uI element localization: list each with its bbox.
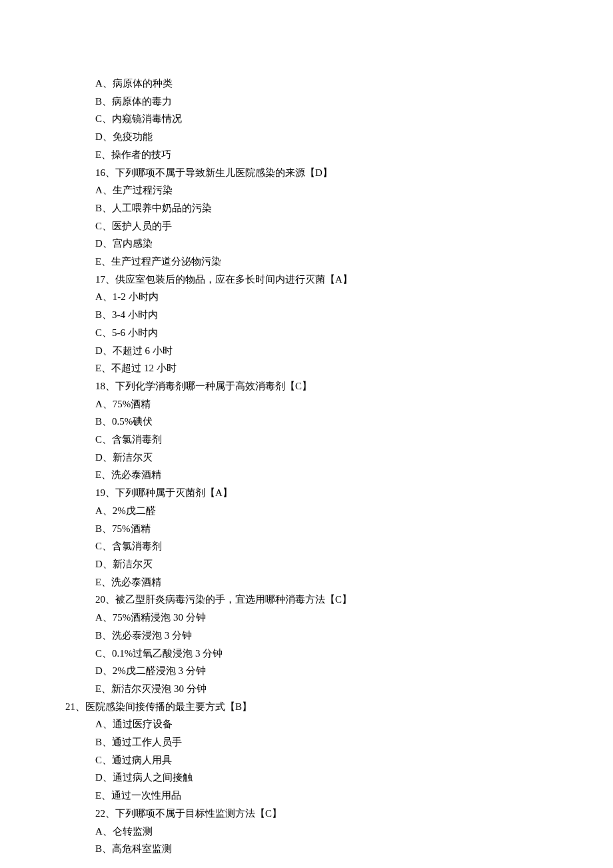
text-line: B、75%酒精 — [65, 520, 548, 538]
text-line: 20、被乙型肝炎病毒污染的手，宜选用哪种消毒方法【C】 — [65, 591, 548, 609]
text-line: B、人工喂养中奶品的污染 — [65, 199, 548, 217]
text-line: D、不超过 6 小时 — [65, 342, 548, 360]
text-line: B、病原体的毒力 — [65, 93, 548, 111]
text-line: D、2%戊二醛浸泡 3 分钟 — [65, 662, 548, 680]
text-line: 18、下列化学消毒剂哪一种属于高效消毒剂【C】 — [65, 377, 548, 395]
text-line: 19、下列哪种属于灭菌剂【A】 — [65, 484, 548, 502]
text-line: 22、下列哪项不属于目标性监测方法【C】 — [65, 805, 548, 823]
text-line: C、内窥镜消毒情况 — [65, 110, 548, 128]
text-line: B、高危科室监测 — [65, 840, 548, 858]
text-line: E、通过一次性用品 — [65, 787, 548, 805]
text-line: A、75%酒精 — [65, 395, 548, 413]
text-line: C、5-6 小时内 — [65, 324, 548, 342]
text-line: E、新洁尔灭浸泡 30 分钟 — [65, 680, 548, 698]
text-line: D、通过病人之间接触 — [65, 769, 548, 787]
text-line: C、0.1%过氧乙酸浸泡 3 分钟 — [65, 645, 548, 663]
text-line: A、1-2 小时内 — [65, 288, 548, 306]
text-line: E、洗必泰酒精 — [65, 573, 548, 591]
text-line: B、通过工作人员手 — [65, 733, 548, 751]
text-line: C、含氯消毒剂 — [65, 537, 548, 555]
text-line: E、洗必泰酒精 — [65, 466, 548, 484]
text-line: B、0.5%碘伏 — [65, 413, 548, 431]
text-line: A、通过医疗设备 — [65, 715, 548, 733]
text-line: C、含氯消毒剂 — [65, 431, 548, 449]
text-line: A、75%酒精浸泡 30 分钟 — [65, 609, 548, 627]
text-line: D、宫内感染 — [65, 235, 548, 253]
text-line: 17、供应室包装后的物品，应在多长时间内进行灭菌【A】 — [65, 271, 548, 289]
text-line: D、新洁尔灭 — [65, 555, 548, 573]
text-line: A、仑转监测 — [65, 823, 548, 841]
text-line: 21、医院感染间接传播的最主要方式【B】 — [65, 698, 548, 716]
text-line: E、操作者的技巧 — [65, 146, 548, 164]
text-line: A、生产过程污染 — [65, 181, 548, 199]
text-line: A、病原体的种类 — [65, 75, 548, 93]
text-line: B、3-4 小时内 — [65, 306, 548, 324]
text-line: D、免疫功能 — [65, 128, 548, 146]
document-page: A、病原体的种类B、病原体的毒力C、内窥镜消毒情况D、免疫功能E、操作者的技巧1… — [0, 0, 613, 868]
text-line: E、不超过 12 小时 — [65, 359, 548, 377]
text-line: 16、下列哪项不属于导致新生儿医院感染的来源【D】 — [65, 164, 548, 182]
text-line: A、2%戊二醛 — [65, 502, 548, 520]
text-line: D、新洁尔灭 — [65, 449, 548, 467]
text-line: E、生产过程产道分泌物污染 — [65, 253, 548, 271]
text-line: B、洗必泰浸泡 3 分钟 — [65, 627, 548, 645]
text-line: C、通过病人用具 — [65, 751, 548, 769]
text-line: C、医护人员的手 — [65, 217, 548, 235]
